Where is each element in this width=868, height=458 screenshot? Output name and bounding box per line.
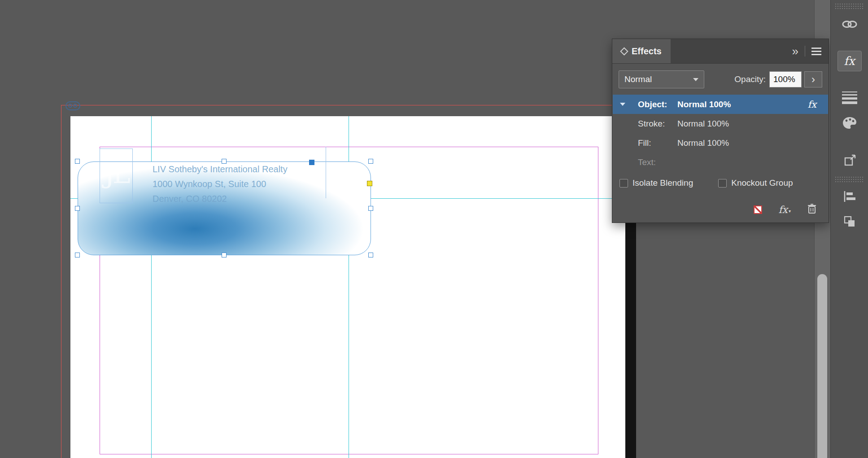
row-value: Normal 100% (677, 100, 731, 109)
transform-panel-icon[interactable] (843, 154, 856, 169)
opacity-slider-button[interactable]: › (804, 71, 822, 87)
row-label: Stroke: (638, 119, 677, 129)
isolate-blending-label: Isolate Blending (632, 178, 693, 188)
blending-options-row: Isolate Blending Knockout Group (612, 178, 829, 188)
bleed-guide-horizontal (61, 105, 636, 105)
stroke-panel-icon[interactable] (842, 92, 857, 104)
dock-grip (835, 4, 864, 9)
tab-effects[interactable]: Effects (612, 39, 671, 63)
selection-handle-top-right[interactable] (368, 159, 373, 164)
selection-handle-middle-right[interactable] (368, 206, 373, 211)
opacity-input[interactable] (769, 71, 802, 87)
effects-row-stroke[interactable]: Stroke: Normal 100% (613, 114, 828, 133)
gradient-annotator-handle[interactable] (309, 160, 314, 165)
align-panel-icon[interactable] (843, 191, 856, 204)
bleed-guide-vertical (61, 105, 61, 458)
effects-row-text[interactable]: Text: (613, 153, 828, 172)
indesign-workspace: JL LIV Sotheby's International Realty 10… (0, 0, 868, 458)
selection-handle-top-center[interactable] (222, 159, 227, 164)
tab-effects-label: Effects (632, 46, 662, 57)
panel-dock: fx (830, 0, 868, 458)
opacity-label: Opacity: (734, 74, 766, 84)
blend-mode-dropdown[interactable]: Normal (619, 70, 704, 88)
effects-panel: Effects » Normal Opacity: › Object: (612, 39, 829, 223)
effects-panel-header: Effects » (612, 39, 829, 64)
blend-mode-value: Normal (624, 74, 652, 84)
isolate-blending-checkbox[interactable] (619, 179, 628, 188)
add-effect-icon[interactable]: fx▾ (778, 204, 791, 215)
row-label: Text: (638, 157, 677, 167)
vertical-scrollbar-thumb[interactable] (817, 274, 827, 458)
delete-effect-trash-icon[interactable] (807, 203, 817, 216)
row-label: Object: (638, 100, 677, 109)
chevron-down-icon[interactable] (620, 103, 625, 106)
row-value: Normal 100% (677, 119, 729, 129)
selection-handle-bottom-right[interactable] (368, 253, 373, 257)
margin-guide-right (598, 147, 598, 454)
selection-handle-bottom-left[interactable] (75, 253, 80, 257)
address-line: LIV Sotheby's International Realty (153, 162, 345, 177)
selection-handle-top-left[interactable] (75, 159, 80, 164)
logo-frame[interactable]: JL (100, 148, 133, 203)
address-text-frame[interactable]: LIV Sotheby's International Realty 1000 … (153, 162, 345, 206)
links-panel-icon[interactable] (841, 18, 859, 32)
effects-row-fill[interactable]: Fill: Normal 100% (613, 133, 828, 153)
logo-monogram: JL (104, 158, 128, 189)
knockout-group-checkbox[interactable] (718, 179, 727, 188)
effects-row-object[interactable]: Object: Normal 100% fx (613, 95, 828, 114)
panel-menu-icon[interactable] (811, 48, 821, 55)
corner-edit-handle[interactable] (367, 181, 372, 186)
blend-opacity-row: Normal Opacity: › (612, 70, 829, 88)
header-separator (805, 46, 805, 57)
color-panel-icon[interactable] (842, 116, 857, 131)
panel-toggle-icon[interactable] (620, 47, 628, 55)
selection-handle-middle-left[interactable] (75, 206, 80, 211)
selection-handle-bottom-center[interactable] (222, 253, 227, 257)
add-effect-fx-glyph: fx (778, 204, 788, 215)
knockout-group-label: Knockout Group (731, 178, 793, 188)
effects-target-list: Object: Normal 100% fx Stroke: Normal 10… (613, 95, 828, 172)
effects-panel-button[interactable]: fx (837, 51, 862, 71)
address-line: 1000 Wynkoop St, Suite 100 (153, 177, 345, 192)
caret-down-icon: ▾ (789, 207, 791, 215)
fx-badge-icon: fx (807, 99, 816, 110)
fx-icon: fx (844, 54, 855, 68)
isolate-blending-option[interactable]: Isolate Blending (619, 178, 693, 188)
link-badge-icon[interactable] (65, 101, 80, 110)
row-value: Normal 100% (677, 138, 729, 148)
collapse-panel-icon[interactable]: » (792, 45, 798, 57)
pathfinder-panel-icon[interactable] (843, 215, 856, 230)
dock-grip (835, 177, 864, 183)
effects-panel-actions: fx▾ (754, 203, 817, 216)
knockout-group-option[interactable]: Knockout Group (718, 178, 793, 188)
address-line: Denver, CO 80202 (153, 192, 345, 206)
clear-effects-icon[interactable] (754, 205, 762, 214)
row-label: Fill: (638, 138, 677, 148)
chevron-down-icon (693, 78, 698, 81)
